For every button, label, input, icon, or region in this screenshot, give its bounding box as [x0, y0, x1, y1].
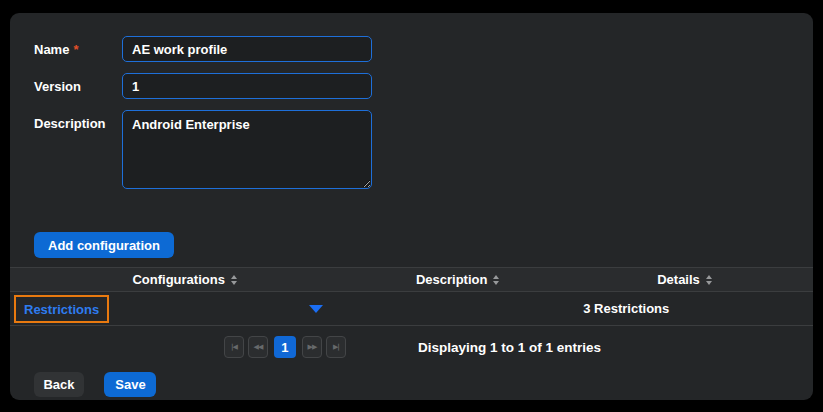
footer-actions: Back Save	[34, 372, 789, 397]
name-row: Name*	[34, 36, 789, 62]
version-row: Version	[34, 73, 789, 99]
column-label: Configurations	[132, 272, 224, 287]
row-details-cell: 3 Restrictions	[492, 301, 761, 316]
sort-arrows-icon[interactable]	[231, 275, 237, 285]
add-configuration-button[interactable]: Add configuration	[34, 232, 174, 258]
pagination-bar: |◀ ◀◀ 1 ▶▶ ▶| Displaying 1 to 1 of 1 ent…	[10, 336, 813, 358]
profile-editor-panel: Name* Version Description Android Enterp…	[10, 13, 813, 400]
restrictions-link[interactable]: Restrictions	[24, 302, 99, 317]
name-input[interactable]	[122, 36, 372, 62]
column-label: Details	[657, 272, 700, 287]
required-asterisk: *	[73, 42, 78, 57]
caret-down-icon[interactable]	[309, 305, 323, 313]
row-configuration-cell: Restrictions	[10, 295, 359, 323]
name-label: Name*	[34, 36, 122, 57]
restrictions-highlight-box: Restrictions	[14, 295, 109, 323]
first-page-button[interactable]: |◀	[224, 336, 244, 358]
version-label: Version	[34, 73, 122, 94]
description-label: Description	[34, 110, 122, 131]
table-header-row: Configurations Description Details	[10, 267, 813, 292]
description-row: Description Android Enterprise	[34, 110, 789, 189]
save-button[interactable]: Save	[104, 372, 156, 397]
sort-arrows-icon[interactable]	[706, 275, 712, 285]
column-label: Description	[416, 272, 488, 287]
column-header-configurations[interactable]: Configurations	[10, 272, 359, 287]
current-page-button[interactable]: 1	[274, 336, 296, 358]
table-row: Restrictions 3 Restrictions	[10, 292, 813, 326]
next-page-button[interactable]: ▶▶	[302, 336, 322, 358]
configurations-table: Configurations Description Details Restr…	[10, 267, 813, 358]
back-button[interactable]: Back	[34, 372, 84, 397]
name-label-text: Name	[34, 42, 69, 57]
pagination-status: Displaying 1 to 1 of 1 entries	[418, 340, 601, 355]
column-header-details[interactable]: Details	[556, 272, 813, 287]
last-page-button[interactable]: ▶|	[326, 336, 346, 358]
column-header-description[interactable]: Description	[359, 272, 556, 287]
previous-page-button[interactable]: ◀◀	[248, 336, 268, 358]
description-textarea[interactable]: Android Enterprise	[122, 110, 372, 189]
version-input[interactable]	[122, 73, 372, 99]
sort-arrows-icon[interactable]	[493, 275, 499, 285]
